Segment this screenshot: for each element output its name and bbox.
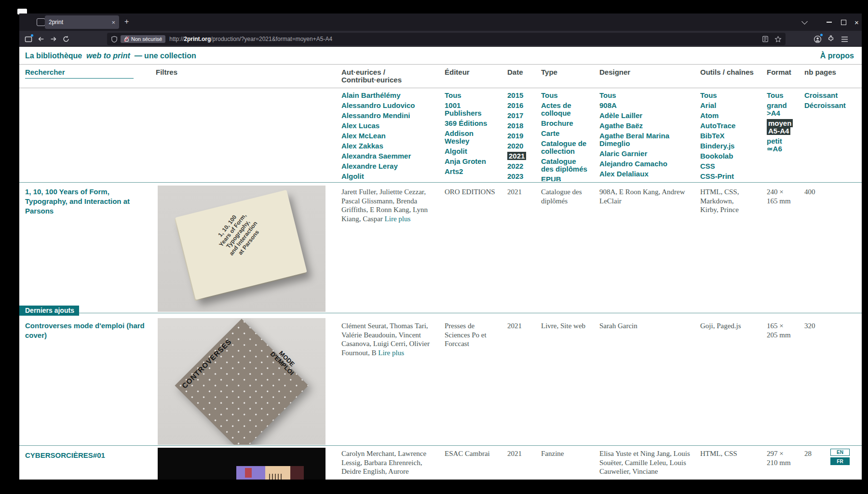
row-title[interactable]: CYBERSORCIÈRES#01 xyxy=(25,451,151,460)
filter-option[interactable]: 2020 xyxy=(507,142,531,150)
filter-option[interactable]: Alessandro Ludovico xyxy=(341,102,438,109)
filter-option[interactable]: Bookolab xyxy=(700,152,754,160)
filter-option[interactable]: 2017 xyxy=(507,112,531,120)
filter-option[interactable]: Alejandro Camacho xyxy=(599,160,691,168)
read-more-link[interactable]: Lire plus xyxy=(378,349,404,357)
reload-button[interactable] xyxy=(62,35,70,43)
filter-option[interactable]: Algolit xyxy=(445,147,499,155)
tracking-shield-icon[interactable] xyxy=(111,36,118,43)
filter-option[interactable]: Alex Zakkas xyxy=(341,142,438,150)
tab-close-icon[interactable]: × xyxy=(111,19,115,26)
tab-pickup-icon[interactable] xyxy=(24,35,33,43)
language-button-en[interactable]: EN xyxy=(830,449,850,456)
hamburger-menu-icon[interactable] xyxy=(840,35,849,43)
filter-option[interactable]: Alessandro Mendini xyxy=(341,112,438,120)
row-title[interactable]: Controverses mode d'emploi (hard cover) xyxy=(25,321,151,340)
divider xyxy=(19,88,862,88)
cell-publisher: ORO EDITIONS xyxy=(445,187,495,197)
filter-option[interactable]: 1001 Publishers xyxy=(445,102,499,117)
filter-option[interactable]: Arts2 xyxy=(445,168,499,175)
filter-option[interactable]: BibTeX xyxy=(700,132,754,140)
browser-tab[interactable]: 2print × xyxy=(45,15,119,29)
filter-option[interactable]: Atom xyxy=(700,112,754,120)
close-window-button[interactable]: × xyxy=(854,13,859,31)
filter-option[interactable]: 2023 xyxy=(507,173,531,180)
cell-type: Fanzine xyxy=(541,449,594,458)
filter-option[interactable]: Tous xyxy=(599,92,691,99)
filter-option[interactable]: grand >A4 xyxy=(767,102,797,117)
filter-option[interactable]: 2022 xyxy=(507,162,531,170)
about-link[interactable]: À propos xyxy=(820,52,854,60)
book-cover-image[interactable]: CONTROVERSES MODE D'EMPLOI xyxy=(158,318,326,445)
filter-option[interactable]: Anja Groten xyxy=(445,158,499,165)
notification-dot xyxy=(820,34,823,36)
filter-option[interactable]: Tous xyxy=(700,92,754,99)
extensions-puzzle-icon[interactable] xyxy=(827,35,835,43)
filter-option[interactable]: Catalogue de collection xyxy=(541,140,595,155)
filter-option[interactable]: Alaric Garnier xyxy=(599,150,691,158)
account-icon[interactable] xyxy=(813,35,822,43)
filter-option[interactable]: CSS xyxy=(700,162,754,170)
filter-option-selected[interactable]: 2021 xyxy=(507,152,531,160)
filter-option[interactable]: Tous xyxy=(541,92,595,99)
forward-button[interactable] xyxy=(49,35,58,43)
filter-option[interactable]: Alain Barthélémy xyxy=(341,92,438,99)
security-chip[interactable]: Non sécurisé xyxy=(121,35,165,43)
filter-option-selected[interactable]: moyen A5-A4 xyxy=(767,120,797,135)
cell-date: 2021 xyxy=(507,449,534,458)
filter-option[interactable]: Alex Delaliaux xyxy=(599,170,691,178)
filter-option[interactable]: Alexandre Leray xyxy=(341,162,438,170)
filter-option[interactable]: 2018 xyxy=(507,122,531,130)
filter-option[interactable]: Bindery.js xyxy=(700,142,754,150)
filter-option[interactable]: Adèle Lailler xyxy=(599,112,691,120)
filter-option[interactable]: Algolit xyxy=(341,173,438,180)
filter-option[interactable]: 2016 xyxy=(507,102,531,109)
url-bar[interactable]: Non sécurisé http://2print.org/productio… xyxy=(107,33,786,45)
filter-option[interactable]: Addison Wesley xyxy=(445,130,499,145)
filter-option[interactable]: Brochure xyxy=(541,120,595,127)
filter-option[interactable]: Tous xyxy=(445,92,499,99)
filter-option[interactable]: Carte xyxy=(541,130,595,137)
back-button[interactable] xyxy=(37,35,45,43)
latest-additions-badge: Derniers ajouts xyxy=(19,306,79,316)
row-title[interactable]: 1, 10, 100 Years of Form, Typography, an… xyxy=(25,187,151,216)
filter-option[interactable]: Agathe Baëz xyxy=(599,122,691,130)
filter-option[interactable]: Tous xyxy=(767,92,797,99)
filter-option[interactable]: 2015 xyxy=(507,92,531,99)
read-more-link[interactable]: Lire plus xyxy=(385,215,411,223)
filter-option[interactable]: AutoTrace xyxy=(700,122,754,130)
book-cover-image[interactable]: 1, 10, 100 Years of Form, Typography, an… xyxy=(158,186,326,312)
filter-option[interactable]: Actes de colloque xyxy=(541,102,595,117)
filter-option[interactable]: Catalogue des diplômés xyxy=(541,158,595,173)
language-button-fr[interactable]: FR xyxy=(830,457,850,465)
filter-option[interactable]: 369 Éditions xyxy=(445,120,499,127)
search-input[interactable] xyxy=(25,68,134,79)
filter-option[interactable]: EPUB xyxy=(541,175,595,181)
book-cover-image[interactable] xyxy=(158,448,326,480)
maximize-button[interactable] xyxy=(841,13,846,31)
filter-option[interactable]: Alex McLean xyxy=(341,132,438,140)
cell-authors: Jarett Fuller, Juliettte Cezzar, Pascal … xyxy=(341,187,438,223)
filter-option[interactable]: 2019 xyxy=(507,132,531,140)
bookmark-star-icon[interactable] xyxy=(774,36,782,43)
filter-option[interactable]: Alexandra Saemmer xyxy=(341,152,438,160)
filter-option[interactable]: CSS-Print xyxy=(700,173,754,180)
row-divider xyxy=(19,445,862,446)
filter-option[interactable]: petit ≃A6 xyxy=(767,137,797,153)
list-tabs-button[interactable] xyxy=(802,13,807,31)
firefox-view-icon[interactable] xyxy=(37,18,45,26)
artwork-center xyxy=(265,466,290,480)
filter-option[interactable]: Croissant xyxy=(804,92,853,99)
minimize-button[interactable] xyxy=(827,13,832,31)
filter-option[interactable]: Agathe Beral Marina Dimeglio xyxy=(599,132,691,147)
filter-option[interactable]: Alex Lucas xyxy=(341,122,438,130)
filter-option[interactable]: 908A xyxy=(599,102,691,109)
filter-option[interactable]: Décroissant xyxy=(804,102,853,109)
reader-view-icon[interactable] xyxy=(762,36,769,42)
cell-pages: 320 xyxy=(804,321,833,331)
filtres-label: Filtres xyxy=(156,68,177,76)
column-header-type: Type xyxy=(541,68,557,76)
site-title[interactable]: La bibliothèque web to print — une colle… xyxy=(25,52,196,60)
new-tab-button[interactable]: + xyxy=(124,17,129,26)
filter-option[interactable]: Arial xyxy=(700,102,754,109)
